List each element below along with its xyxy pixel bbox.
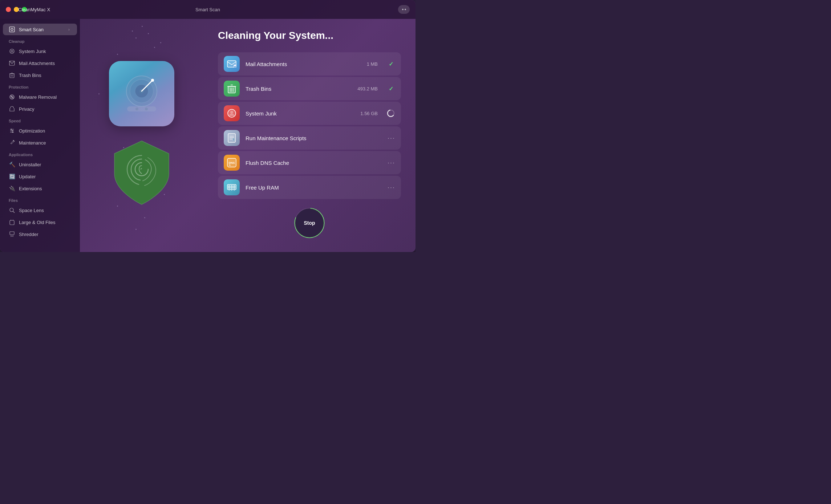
sidebar-item-system-junk[interactable]: System Junk bbox=[3, 45, 77, 57]
junk-progress bbox=[386, 109, 395, 118]
window-title: Smart Scan bbox=[195, 7, 220, 12]
sidebar-item-trash-bins[interactable]: Trash Bins bbox=[3, 69, 77, 81]
close-button[interactable] bbox=[6, 7, 11, 12]
extensions-icon: 🔌 bbox=[9, 185, 15, 192]
sidebar-item-shredder[interactable]: Shredder bbox=[3, 228, 77, 240]
privacy-icon bbox=[9, 106, 15, 112]
trash-icon bbox=[224, 81, 240, 97]
uninstaller-label: Uninstaller bbox=[19, 162, 71, 167]
sidebar-item-malware-removal[interactable]: Malware Removal bbox=[3, 91, 77, 103]
updater-icon: 🔄 bbox=[9, 173, 15, 180]
svg-point-1 bbox=[11, 28, 13, 31]
junk-item-name: System Junk bbox=[246, 110, 354, 117]
svg-point-19 bbox=[11, 129, 12, 130]
svg-point-36 bbox=[135, 107, 138, 110]
sidebar-item-privacy[interactable]: Privacy bbox=[3, 103, 77, 115]
maintenance-item-dots: ··· bbox=[388, 134, 395, 142]
stop-button-wrap: Stop bbox=[295, 208, 324, 237]
sidebar-item-extensions[interactable]: 🔌 Extensions bbox=[3, 183, 77, 194]
titlebar: CleanMyMac X Smart Scan bbox=[0, 0, 416, 19]
maintenance-icon bbox=[9, 139, 15, 146]
trash-item-status: ✓ bbox=[386, 84, 395, 93]
sidebar-item-optimization[interactable]: Optimization bbox=[3, 125, 77, 137]
section-speed: Speed bbox=[0, 115, 80, 125]
scan-item-ram: Free Up RAM ··· bbox=[218, 176, 401, 199]
smart-scan-arrow: › bbox=[67, 27, 71, 32]
shield-illustration bbox=[109, 137, 174, 210]
trash-bins-icon bbox=[9, 72, 15, 78]
mail-item-size: 1 MB bbox=[367, 61, 378, 67]
svg-rect-23 bbox=[10, 220, 14, 225]
smart-scan-label: Smart Scan bbox=[19, 27, 63, 32]
maintenance-label: Maintenance bbox=[19, 140, 71, 146]
ram-icon bbox=[224, 179, 240, 195]
malware-icon bbox=[9, 94, 15, 100]
svg-line-22 bbox=[13, 211, 15, 213]
svg-point-34 bbox=[151, 79, 154, 82]
section-protection: Protection bbox=[0, 81, 80, 91]
svg-point-21 bbox=[10, 208, 13, 212]
svg-rect-62 bbox=[231, 186, 232, 188]
optimization-icon bbox=[9, 127, 15, 134]
titlebar-right bbox=[398, 5, 410, 14]
mail-attachments-icon bbox=[9, 60, 15, 66]
svg-point-3 bbox=[11, 50, 13, 52]
particles bbox=[80, 19, 203, 252]
stop-button[interactable]: Stop bbox=[295, 208, 324, 237]
app-window: CleanMyMac X Smart Scan Smart Scan › bbox=[0, 0, 416, 252]
shredder-icon bbox=[9, 231, 15, 237]
sidebar-item-updater[interactable]: 🔄 Updater bbox=[3, 171, 77, 182]
dns-item-dots: ··· bbox=[388, 159, 395, 167]
uninstaller-icon: 🔨 bbox=[9, 161, 15, 168]
sidebar-item-smart-scan[interactable]: Smart Scan › bbox=[3, 24, 77, 35]
system-junk-label: System Junk bbox=[19, 49, 71, 54]
mail-item-status: ✓ bbox=[386, 60, 395, 68]
scan-item-mail: Mail Attachments 1 MB ✓ bbox=[218, 52, 401, 76]
trash-item-size: 493.2 MB bbox=[357, 86, 378, 92]
ram-item-dots: ··· bbox=[388, 184, 395, 191]
cleaning-title: Cleaning Your System... bbox=[218, 30, 401, 41]
svg-rect-24 bbox=[10, 232, 14, 235]
system-junk-icon bbox=[9, 48, 15, 54]
mail-icon bbox=[224, 56, 240, 72]
sidebar-item-maintenance[interactable]: Maintenance bbox=[3, 137, 77, 149]
sidebar-item-uninstaller[interactable]: 🔨 Uninstaller bbox=[3, 159, 77, 170]
scan-item-junk: System Junk 1.56 GB bbox=[218, 102, 401, 125]
privacy-label: Privacy bbox=[19, 106, 71, 112]
section-applications: Applications bbox=[0, 149, 80, 158]
illustration-area bbox=[80, 19, 203, 252]
svg-point-37 bbox=[145, 107, 148, 110]
junk-item-size: 1.56 GB bbox=[360, 111, 378, 116]
section-cleanup: Cleanup bbox=[0, 36, 80, 45]
svg-text:DNS: DNS bbox=[229, 161, 235, 164]
trash-item-name: Trash Bins bbox=[246, 86, 352, 92]
app-name: CleanMyMac X bbox=[18, 7, 50, 12]
main-content: Cleaning Your System... bbox=[80, 19, 416, 252]
dot2 bbox=[405, 9, 406, 10]
svg-line-26 bbox=[12, 235, 12, 237]
dns-item-name: Flush DNS Cache bbox=[246, 160, 382, 166]
sidebar-item-large-old-files[interactable]: Large & Old Files bbox=[3, 216, 77, 228]
sidebar-item-space-lens[interactable]: Space Lens bbox=[3, 204, 77, 216]
scan-item-trash: Trash Bins 493.2 MB ✓ bbox=[218, 77, 401, 100]
svg-rect-61 bbox=[228, 186, 230, 188]
dns-icon: DNS bbox=[224, 155, 240, 171]
trash-bins-label: Trash Bins bbox=[19, 73, 71, 78]
svg-rect-0 bbox=[9, 27, 15, 32]
maintenance-item-icon bbox=[224, 130, 240, 146]
svg-line-28 bbox=[13, 235, 13, 237]
scan-item-dns: DNS Flush DNS Cache ··· bbox=[218, 151, 401, 174]
extensions-label: Extensions bbox=[19, 186, 71, 191]
maintenance-item-name: Run Maintenance Scripts bbox=[246, 135, 382, 141]
sidebar-item-mail-attachments[interactable]: Mail Attachments bbox=[3, 57, 77, 69]
stop-area: Stop bbox=[218, 201, 401, 241]
svg-line-25 bbox=[11, 235, 11, 237]
more-options-button[interactable] bbox=[398, 5, 410, 14]
main-body: Cleaning Your System... bbox=[80, 19, 416, 252]
ram-item-name: Free Up RAM bbox=[246, 184, 382, 191]
svg-line-27 bbox=[12, 235, 13, 237]
space-lens-icon bbox=[9, 207, 15, 214]
malware-removal-label: Malware Removal bbox=[19, 94, 71, 100]
section-files: Files bbox=[0, 195, 80, 204]
updater-label: Updater bbox=[19, 174, 71, 179]
